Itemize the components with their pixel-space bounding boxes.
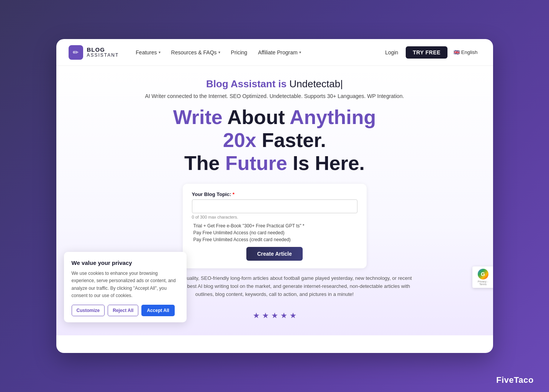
main-container: ✏ BLOG ASSISTANT Features ▾ Resources & … xyxy=(56,39,493,353)
form-options: Trial + Get Free e-Book "300+ Free Pract… xyxy=(192,223,357,242)
nav-language[interactable]: 🇬🇧 English xyxy=(451,47,481,57)
logo-brand-top: BLOG xyxy=(87,47,119,53)
star-2: ★ xyxy=(262,311,269,320)
create-article-button[interactable]: Create Article xyxy=(246,247,303,261)
star-5: ★ xyxy=(290,311,297,320)
chevron-down-icon: ▾ xyxy=(159,50,161,54)
nav-links: Features ▾ Resources & FAQs ▾ Pricing Af… xyxy=(131,47,377,58)
cookie-title: We value your privacy xyxy=(72,260,179,266)
chevron-down-icon: ▾ xyxy=(218,50,220,54)
customize-button[interactable]: Customize xyxy=(72,305,105,316)
hero-description: AI Writer connected to the Internet. SEO… xyxy=(79,93,470,99)
nav-try-free-button[interactable]: TRY FREE xyxy=(406,46,447,59)
footer-brand-taco: Taco xyxy=(514,375,534,385)
reject-all-button[interactable]: Reject All xyxy=(108,305,138,316)
option1: Trial + Get Free e-Book "300+ Free Pract… xyxy=(192,223,357,229)
recaptcha-icon: G xyxy=(478,269,488,279)
nav-features[interactable]: Features ▾ xyxy=(131,47,165,58)
topic-label: Your Blog Topic: * xyxy=(192,191,357,197)
hero-typing-line: Blog Assistant is Undetectab| xyxy=(79,78,470,90)
recaptcha-text: Privacy - Terms xyxy=(475,280,492,286)
logo-brand-bottom: ASSISTANT xyxy=(87,53,119,58)
star-3: ★ xyxy=(271,311,278,320)
nav-resources[interactable]: Resources & FAQs ▾ xyxy=(167,47,225,58)
hero-headline: Write About Anything 20x Faster. The Fut… xyxy=(79,106,470,175)
nav-affiliate[interactable]: Affiliate Program ▾ xyxy=(253,47,305,58)
page-footer-brand: FiveTaco xyxy=(496,375,534,385)
option2: Pay Free Unlimited Access (no card neede… xyxy=(192,230,357,235)
cookie-banner: We value your privacy We use cookies to … xyxy=(64,252,187,322)
char-count: 0 of 300 max characters. xyxy=(192,215,357,219)
footer-brand-five: Five xyxy=(496,375,514,385)
logo[interactable]: ✏ BLOG ASSISTANT xyxy=(69,45,119,60)
nav-pricing[interactable]: Pricing xyxy=(226,47,252,58)
flag-icon: 🇬🇧 xyxy=(454,49,460,55)
recaptcha-badge: G Privacy - Terms xyxy=(472,266,493,288)
logo-text: BLOG ASSISTANT xyxy=(87,47,119,58)
blog-form: Your Blog Topic: * 0 of 300 max characte… xyxy=(183,184,367,268)
star-1: ★ xyxy=(253,311,260,320)
logo-icon: ✏ xyxy=(69,45,83,60)
topic-input[interactable] xyxy=(192,199,357,213)
cookie-buttons: Customize Reject All Accept All xyxy=(72,305,179,316)
nav-login[interactable]: Login xyxy=(380,47,403,58)
navigation: ✏ BLOG ASSISTANT Features ▾ Resources & … xyxy=(56,39,493,66)
cookie-text: We use cookies to enhance your browsing … xyxy=(72,270,179,299)
accept-all-button[interactable]: Accept All xyxy=(141,305,174,316)
star-4: ★ xyxy=(280,311,287,320)
chevron-down-icon: ▾ xyxy=(299,50,301,54)
option3: Pay Free Unlimited Access (credit card n… xyxy=(192,237,357,242)
